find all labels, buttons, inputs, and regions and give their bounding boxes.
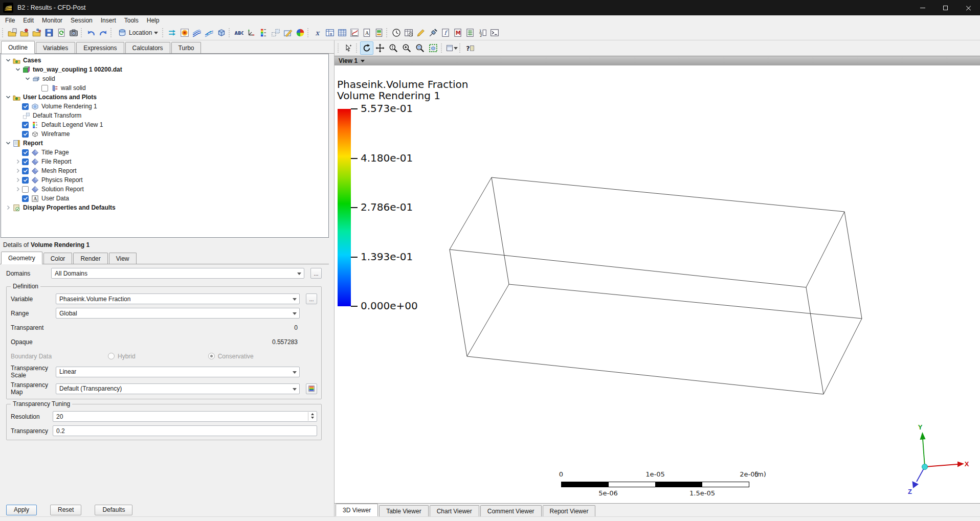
maximize-button[interactable]: [934, 0, 957, 15]
details-tab-render[interactable]: Render: [73, 253, 107, 264]
tree-item-solid[interactable]: solid: [1, 74, 328, 83]
apply-button[interactable]: Apply: [6, 505, 37, 515]
text-tool-button[interactable]: ABC: [233, 27, 245, 39]
resolution-spinner[interactable]: 20: [53, 411, 317, 422]
tree-item-default-transform[interactable]: Default Transform: [1, 111, 328, 120]
command-editor-button[interactable]: [488, 27, 501, 39]
menu-session[interactable]: Session: [66, 15, 97, 26]
tree-item-cases[interactable]: Cases: [1, 56, 328, 65]
vector-button[interactable]: [166, 27, 179, 39]
menu-file[interactable]: File: [1, 15, 19, 26]
refresh-button[interactable]: [55, 27, 68, 39]
tree-item-two-way-coupling-1-00200-dat[interactable]: two_way_coupling 1 00200.dat: [1, 65, 328, 74]
collapse-icon[interactable]: [4, 139, 12, 147]
quick-editor-button[interactable]: [415, 27, 427, 39]
viewer-tab-3d-viewer[interactable]: 3D Viewer: [336, 504, 378, 516]
tree-item-file-report[interactable]: File Report: [1, 157, 328, 166]
viewport-layout-tool-button[interactable]: [445, 41, 458, 55]
viewer-tab-report-viewer[interactable]: Report Viewer: [543, 505, 596, 516]
volume-rendering-tool-button[interactable]: [215, 27, 228, 39]
colour-map-edit-button[interactable]: [306, 383, 317, 394]
menu-tools[interactable]: Tools: [120, 15, 143, 26]
tree-item-display-properties-and-defaults[interactable]: Display Properties and Defaults: [1, 203, 328, 212]
checkbox[interactable]: [41, 85, 48, 92]
case-comparison-button[interactable]: 12: [476, 27, 488, 39]
checkbox[interactable]: [22, 186, 29, 193]
app-icon[interactable]: [3, 3, 13, 13]
chart-tool-button[interactable]: [348, 27, 361, 39]
viewer-tab-chart-viewer[interactable]: Chart Viewer: [430, 505, 479, 516]
instance-transform-button[interactable]: [270, 27, 282, 39]
tree-item-wall-solid[interactable]: wall solid: [1, 83, 328, 93]
color-map-button[interactable]: [294, 27, 306, 39]
checkbox[interactable]: [22, 177, 29, 184]
expand-icon[interactable]: [14, 185, 22, 193]
tree-item-default-legend-view-1[interactable]: 3Default Legend View 1: [1, 120, 328, 129]
undo-button[interactable]: [85, 27, 97, 39]
redo-button[interactable]: [97, 27, 109, 39]
viewer-help-tool-button[interactable]: ?: [463, 41, 477, 55]
tree-item-wireframe[interactable]: Wireframe: [1, 129, 328, 139]
contour-button[interactable]: [179, 27, 191, 39]
viewer-tab-table-viewer[interactable]: Table Viewer: [379, 505, 428, 516]
transparency-scale-select[interactable]: Linear: [56, 367, 300, 377]
mesh-calculator-button[interactable]: [464, 27, 476, 39]
variable-select[interactable]: Phaseink.Volume Fraction: [56, 293, 300, 304]
checkbox[interactable]: [22, 195, 29, 202]
function-calculator-button[interactable]: f: [439, 27, 452, 39]
menu-monitor[interactable]: Monitor: [38, 15, 66, 26]
pan-tool-button[interactable]: [373, 41, 387, 55]
tree-item-physics-report[interactable]: Physics Report: [1, 175, 328, 185]
details-tab-geometry[interactable]: Geometry: [1, 252, 42, 264]
tree-item-user-locations-and-plots[interactable]: User Locations and Plots: [1, 93, 328, 102]
select-tool-button[interactable]: [342, 41, 355, 55]
collapse-icon[interactable]: [14, 65, 22, 74]
expand-icon[interactable]: [4, 203, 12, 212]
macro-calculator-button[interactable]: M: [452, 27, 464, 39]
location-selector[interactable]: Location: [115, 27, 161, 39]
spin-down-icon[interactable]: [311, 417, 314, 420]
domains-select[interactable]: All Domains: [51, 268, 304, 279]
menu-edit[interactable]: Edit: [19, 15, 38, 26]
tab-turbo[interactable]: Turbo: [171, 42, 202, 53]
expression-tool-button[interactable]: x: [311, 27, 324, 39]
save-project-button[interactable]: [43, 27, 55, 39]
load-results-button[interactable]: [6, 27, 18, 39]
variable-more-button[interactable]: ...: [306, 293, 317, 304]
3d-viewport[interactable]: Phaseink.Volume Fraction Volume Renderin…: [335, 65, 980, 503]
collapse-icon[interactable]: [24, 75, 32, 83]
probe-button[interactable]: [427, 27, 439, 39]
variable-tool-button[interactable]: α: [324, 27, 336, 39]
tree-item-title-page[interactable]: Title Page: [1, 148, 328, 157]
checkbox[interactable]: [22, 122, 29, 128]
checkbox[interactable]: [22, 131, 29, 138]
details-tab-view[interactable]: View: [109, 253, 137, 264]
details-tab-color[interactable]: Color: [43, 253, 73, 264]
fit-view-tool-button[interactable]: [427, 41, 440, 55]
zoom-area-tool-button[interactable]: [413, 41, 427, 55]
save-state-button[interactable]: [18, 27, 31, 39]
particle-track-button[interactable]: [203, 27, 215, 39]
defaults-button[interactable]: Defaults: [95, 505, 132, 515]
transparency-input[interactable]: 0.2: [53, 425, 317, 436]
transparency-map-select[interactable]: Default (Transparency): [56, 383, 300, 394]
zoom-tool-button[interactable]: [387, 41, 400, 55]
tab-calculators[interactable]: Calculators: [125, 42, 170, 53]
table-tool-button[interactable]: [336, 27, 348, 39]
clip-plane-button[interactable]: [282, 27, 294, 39]
tree-item-report[interactable]: Report: [1, 139, 328, 148]
menu-insert[interactable]: Insert: [97, 15, 120, 26]
timestep-selector-button[interactable]: [390, 27, 403, 39]
view-selector-bar[interactable]: View 1: [335, 56, 980, 65]
checkbox[interactable]: [22, 103, 29, 110]
menu-help[interactable]: Help: [143, 15, 164, 26]
coord-frame-button[interactable]: [245, 27, 257, 39]
reset-button[interactable]: Reset: [50, 505, 81, 515]
viewer-tab-comment-viewer[interactable]: Comment Viewer: [480, 505, 542, 516]
range-select[interactable]: Global: [56, 308, 300, 319]
minimize-button[interactable]: [911, 0, 934, 15]
tab-variables[interactable]: Variables: [36, 42, 75, 53]
collapse-icon[interactable]: [4, 56, 12, 64]
tree-item-solution-report[interactable]: Solution Report: [1, 185, 328, 194]
orientation-triad[interactable]: Y X Z: [889, 418, 971, 496]
